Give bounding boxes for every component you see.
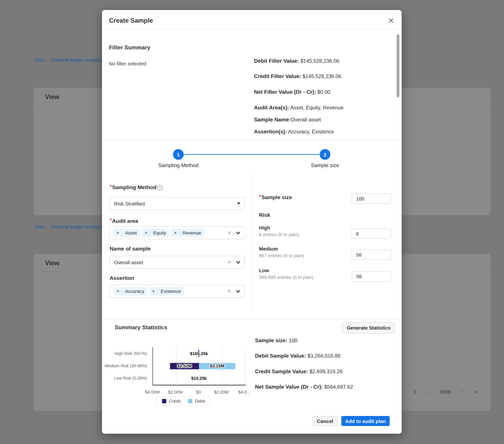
dialog-title: Create Sample (109, 17, 153, 24)
view-panel-title: View (45, 260, 59, 267)
risk-name-low: Low (259, 268, 269, 273)
filter-summary-title: Filter Summary (109, 44, 150, 51)
tag-existence: ✕Existence (150, 287, 184, 296)
sampling-method-value: Risk Stratified (114, 201, 237, 206)
create-sample-dialog: Create Sample Filter Summary No filter s… (102, 10, 402, 434)
risk-title: Risk (259, 212, 270, 218)
chart-legend: CreditDebit (156, 396, 211, 406)
clear-icon[interactable]: ✕ (228, 289, 231, 293)
pagination-last-icon[interactable]: » (471, 387, 481, 397)
add-to-audit-plan-button[interactable]: Add to audit plan (341, 416, 390, 426)
chart-axis-tick: $2.00M (214, 390, 229, 395)
chart-plot-area: $165.25k$2.52M$3.15M$15.25k (152, 347, 246, 386)
close-icon[interactable] (387, 16, 395, 25)
pagination-next-icon[interactable]: › (457, 387, 467, 397)
tag-remove-icon[interactable]: ✕ (172, 229, 180, 237)
name-of-sample-label: Name of sample (110, 246, 150, 252)
sampling-method-label: *Sampling Method? (110, 184, 162, 191)
tag-revenue: ✕Revenue (172, 229, 204, 237)
breadcrumb-link-gl-analysis[interactable]: General ledger analysis (51, 57, 104, 63)
chart-axis-tick: $4.00M (145, 390, 160, 395)
risk-bar-chart: $165.25k$2.52M$3.15M$15.25kHigh Risk (50… (110, 345, 252, 418)
risk-name-high: High (259, 225, 270, 231)
step-circle-2[interactable]: 2 (320, 149, 330, 160)
required-asterisk: * (110, 217, 112, 223)
tag-accuracy: ✕Accuracy (114, 287, 147, 296)
step-circle-1[interactable]: 1 (173, 149, 184, 160)
stepper-connector (184, 154, 320, 155)
chevron-down-icon[interactable] (236, 261, 240, 264)
filter-stat: Audit Area(s): Asset, Equity, Revenue (254, 105, 343, 111)
step-label: Sample size (311, 162, 339, 169)
risk-input-low[interactable] (352, 271, 391, 282)
tag-remove-icon[interactable]: ✕ (114, 229, 122, 237)
chart-axis-tick: $4.0... (238, 390, 250, 395)
filter-stat: Net Filter Value (Dr - Cr): $0.00 (254, 89, 330, 95)
chart-category-label: Low Risk (0-29%) (114, 376, 147, 381)
assertion-label: Assertion (110, 275, 134, 281)
view-panel-title: View (45, 93, 59, 101)
tag-remove-icon[interactable]: ✕ (114, 287, 122, 296)
sample-size-input[interactable] (352, 193, 391, 204)
filter-stat: Assertion(s): Accuracy, Existence (254, 129, 334, 135)
sample-size-label: *Sample size (259, 194, 292, 200)
sample-stat: Sample size: 100 (255, 338, 297, 344)
breadcrumb-link-data[interactable]: Data (34, 57, 45, 63)
bar-value-label: $15.25k (191, 376, 207, 381)
tag-equity: ✕Equity (142, 229, 169, 237)
breadcrumb-link-gl-analysis[interactable]: General ledger analysis (51, 224, 104, 230)
required-asterisk: * (259, 194, 261, 199)
assertion-tags: ✕Accuracy✕Existence (114, 287, 228, 296)
filter-stat: Credit Filter Value: $145,528,236.06 (254, 73, 341, 79)
breadcrumb-2: Data/General ledger analysis (34, 224, 104, 230)
bar-value-label: $165.25k (190, 351, 208, 356)
modal-scrollbar-thumb[interactable] (397, 34, 399, 97)
legend-item-credit: Credit (162, 399, 180, 404)
chevron-down-icon[interactable] (236, 231, 240, 234)
chart-gridline (245, 347, 245, 385)
bar-value-label: $2.52M (177, 364, 192, 368)
summary-statistics-title: Summary Statistics (115, 324, 167, 331)
filter-stat: Sample Name:Overall asset (254, 117, 321, 123)
generate-statistics-button[interactable]: Generate Statistics (342, 322, 395, 334)
help-icon[interactable]: ? (157, 185, 162, 190)
header-divider (102, 29, 402, 29)
breadcrumb: Data/General ledger analysis (34, 57, 104, 63)
chart-axis-tick: $2.00M (168, 390, 183, 395)
filter-stat: Debit Filter Value: $145,528,236.06 (254, 58, 339, 64)
tag-remove-icon[interactable]: ✕ (150, 287, 158, 296)
chart-category-label: Medium Risk (30-49%) (105, 364, 147, 368)
breadcrumb-separator: / (45, 57, 51, 63)
step-label: Sampling Method (158, 162, 198, 169)
cancel-button[interactable]: Cancel (312, 416, 338, 426)
bar-value-label: $3.15M (210, 364, 224, 368)
section-divider (102, 140, 402, 141)
sample-stat: Debit Sample Value: $3,264,016.88 (255, 353, 341, 359)
name-of-sample-select[interactable]: Overall asset ✕ (110, 256, 245, 269)
sample-stat: Net Sample Value (Dr - Cr): $564,697.62 (255, 384, 353, 390)
tag-asset: ✕Asset (114, 229, 140, 237)
chevron-down-icon[interactable] (236, 290, 240, 293)
breadcrumb-link-data[interactable]: Data (34, 224, 45, 230)
legend-swatch (188, 399, 192, 403)
pagination-page-3898[interactable]: 3898 (438, 387, 453, 397)
audit-area-multiselect[interactable]: ✕Asset✕Equity✕Revenue ✕ (110, 227, 245, 239)
clear-icon[interactable]: ✕ (228, 231, 231, 235)
sample-stat: Credit Sample Value: $2,699,319.26 (255, 369, 342, 375)
sampling-method-select[interactable]: Risk Stratified (110, 197, 245, 210)
name-of-sample-value: Overall asset (114, 259, 228, 265)
caret-down-icon (237, 202, 240, 205)
pagination-page-3[interactable]: 3 (410, 387, 419, 397)
assertion-multiselect[interactable]: ✕Accuracy✕Existence ✕ (110, 285, 245, 298)
pagination-page-...[interactable]: ... (424, 387, 433, 397)
risk-entries: 388,899 entries (0 in plan) (259, 274, 313, 280)
legend-item-debit: Debit (188, 399, 205, 404)
risk-entries: 867 entries (0 in plan) (259, 253, 304, 258)
risk-entries: 6 entries (0 in plan) (259, 232, 299, 237)
risk-input-medium[interactable] (352, 250, 391, 260)
audit-area-label: *Audit area (110, 217, 138, 224)
clear-icon[interactable]: ✕ (228, 260, 231, 265)
chart-axis-tick: $0 (196, 390, 201, 395)
risk-input-high[interactable] (352, 229, 391, 239)
tag-remove-icon[interactable]: ✕ (142, 229, 150, 237)
